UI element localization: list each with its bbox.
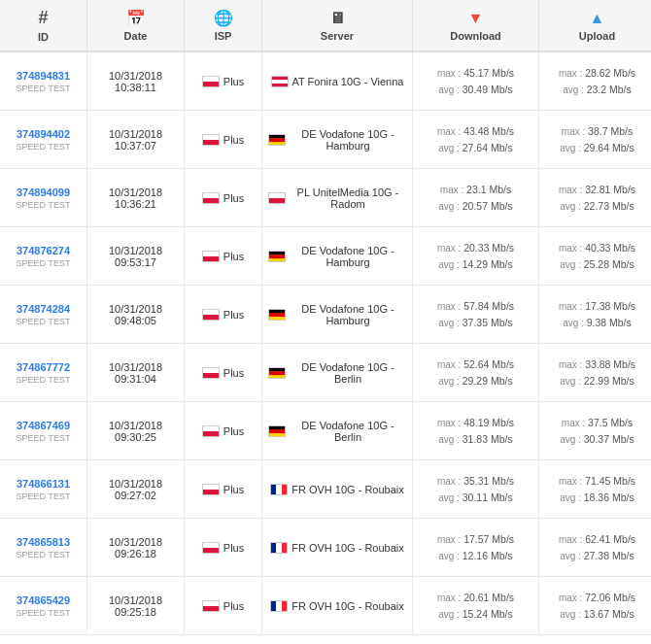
dl-max-line: max : 20.33 Mb/s bbox=[437, 240, 514, 256]
cell-id: 374867772 SPEED TEST bbox=[0, 344, 87, 401]
table-row[interactable]: 374865813 SPEED TEST 10/31/2018 09:26:18… bbox=[0, 519, 651, 577]
row-date: 10/31/2018 bbox=[109, 536, 162, 548]
cell-id: 374894099 SPEED TEST bbox=[0, 169, 87, 226]
cell-isp: Plus bbox=[185, 169, 262, 226]
cell-server: DE Vodafone 10G - Hamburg bbox=[262, 286, 413, 343]
ul-avg-line: avg : 22.73 Mb/s bbox=[560, 198, 634, 215]
isp-name: Plus bbox=[223, 192, 244, 204]
server-flag-group: DE Vodafone 10G - Hamburg bbox=[268, 245, 406, 268]
isp-flag-group: Plus bbox=[202, 251, 244, 262]
globe-icon: 🌐 bbox=[214, 9, 233, 27]
cell-server: FR OVH 10G - Roubaix bbox=[262, 460, 413, 518]
ul-max-line: max : 40.33 Mb/s bbox=[559, 240, 635, 256]
ul-avg-line: avg : 13.67 Mb/s bbox=[560, 606, 634, 623]
cell-id: 374874284 SPEED TEST bbox=[0, 286, 87, 343]
row-id: 374865429 bbox=[17, 594, 70, 606]
server-flag-icon bbox=[268, 134, 286, 146]
server-flag-icon bbox=[270, 542, 288, 554]
isp-flag-icon bbox=[202, 484, 220, 495]
row-subtype: SPEED TEST bbox=[17, 84, 71, 93]
cell-server: DE Vodafone 10G - Berlin bbox=[262, 402, 413, 459]
row-id: 374866131 bbox=[17, 478, 70, 490]
cell-download: max : 20.33 Mb/s avg : 14.29 Mb/s bbox=[413, 227, 539, 285]
cell-server: DE Vodafone 10G - Hamburg bbox=[262, 227, 413, 285]
cell-download: max : 23.1 Mb/s avg : 20.57 Mb/s bbox=[413, 169, 539, 226]
table-row[interactable]: 374894831 SPEED TEST 10/31/2018 10:38:11… bbox=[0, 52, 651, 111]
cell-download: max : 20.61 Mb/s avg : 15.24 Mb/s bbox=[413, 577, 539, 634]
table-row[interactable]: 374894402 SPEED TEST 10/31/2018 10:37:07… bbox=[0, 111, 651, 169]
header-id-label: ID bbox=[38, 31, 49, 43]
row-id: 374867772 bbox=[17, 361, 70, 373]
cell-date: 10/31/2018 10:37:07 bbox=[87, 111, 185, 168]
row-time: 09:53:17 bbox=[115, 256, 156, 268]
server-name: DE Vodafone 10G - Hamburg bbox=[290, 245, 406, 268]
header-upload: ▲ Upload bbox=[539, 0, 651, 51]
server-icon: 🖥 bbox=[329, 10, 345, 27]
cell-isp: Plus bbox=[185, 227, 262, 285]
table-row[interactable]: 374894099 SPEED TEST 10/31/2018 10:36:21… bbox=[0, 169, 651, 227]
ul-max-line: max : 38.7 Mb/s bbox=[562, 123, 633, 140]
cell-date: 10/31/2018 10:36:21 bbox=[87, 169, 185, 226]
cell-isp: Plus bbox=[185, 519, 262, 576]
row-subtype: SPEED TEST bbox=[17, 142, 71, 152]
download-arrow-icon: ▼ bbox=[468, 10, 484, 27]
row-time: 09:31:04 bbox=[115, 373, 156, 385]
cell-upload: max : 33.88 Mb/s avg : 22.99 Mb/s bbox=[539, 344, 651, 401]
header-isp: 🌐 ISP bbox=[185, 0, 262, 51]
upload-arrow-icon: ▲ bbox=[590, 10, 605, 27]
ul-avg-line: avg : 29.64 Mb/s bbox=[560, 140, 634, 156]
cell-isp: Plus bbox=[185, 52, 262, 110]
cell-upload: max : 40.33 Mb/s avg : 25.28 Mb/s bbox=[539, 227, 651, 285]
dl-max-line: max : 52.64 Mb/s bbox=[437, 356, 514, 373]
cell-date: 10/31/2018 09:27:02 bbox=[87, 460, 185, 518]
dl-max-line: max : 35.31 Mb/s bbox=[437, 473, 514, 490]
cell-id: 374867469 SPEED TEST bbox=[0, 402, 87, 459]
dl-avg-line: avg : 15.24 Mb/s bbox=[438, 606, 512, 623]
table-row[interactable]: 374866131 SPEED TEST 10/31/2018 09:27:02… bbox=[0, 460, 651, 519]
isp-name: Plus bbox=[223, 484, 244, 495]
cell-isp: Plus bbox=[185, 460, 262, 518]
server-flag-icon bbox=[268, 367, 286, 379]
cell-isp: Plus bbox=[185, 286, 262, 343]
isp-flag-group: Plus bbox=[202, 600, 244, 612]
ul-max-line: max : 17.38 Mb/s bbox=[559, 298, 635, 315]
server-flag-icon bbox=[268, 192, 286, 204]
server-name: DE Vodafone 10G - Hamburg bbox=[290, 303, 406, 326]
row-time: 10:36:21 bbox=[115, 198, 156, 210]
row-date: 10/31/2018 bbox=[109, 245, 162, 256]
isp-flag-icon bbox=[202, 192, 220, 204]
table-row[interactable]: 374874284 SPEED TEST 10/31/2018 09:48:05… bbox=[0, 286, 651, 344]
row-time: 10:38:11 bbox=[115, 82, 156, 93]
isp-flag-icon bbox=[202, 600, 220, 612]
row-time: 09:27:02 bbox=[115, 490, 156, 501]
row-date: 10/31/2018 bbox=[109, 186, 162, 198]
ul-avg-line: avg : 23.2 Mb/s bbox=[563, 82, 632, 98]
server-flag-icon bbox=[268, 425, 286, 437]
cell-isp: Plus bbox=[185, 402, 262, 459]
header-download-label: Download bbox=[450, 30, 501, 42]
header-upload-label: Upload bbox=[579, 30, 615, 42]
isp-name: Plus bbox=[223, 134, 244, 146]
cell-download: max : 45.17 Mb/s avg : 30.49 Mb/s bbox=[413, 52, 539, 110]
cell-date: 10/31/2018 09:31:04 bbox=[87, 344, 185, 401]
table-row[interactable]: 374867772 SPEED TEST 10/31/2018 09:31:04… bbox=[0, 344, 651, 402]
row-time: 09:26:18 bbox=[115, 548, 156, 559]
cell-server: DE Vodafone 10G - Hamburg bbox=[262, 111, 413, 168]
ul-avg-line: avg : 9.38 Mb/s bbox=[563, 315, 632, 331]
row-time: 10:37:07 bbox=[115, 140, 156, 152]
isp-flag-icon bbox=[202, 251, 220, 262]
table-row[interactable]: 374867469 SPEED TEST 10/31/2018 09:30:25… bbox=[0, 402, 651, 460]
row-subtype: SPEED TEST bbox=[17, 258, 71, 268]
dl-avg-line: avg : 27.64 Mb/s bbox=[438, 140, 512, 156]
row-id: 374867469 bbox=[17, 420, 70, 431]
row-date: 10/31/2018 bbox=[109, 361, 162, 373]
cell-upload: max : 72.06 Mb/s avg : 13.67 Mb/s bbox=[539, 577, 651, 634]
ul-max-line: max : 72.06 Mb/s bbox=[559, 590, 635, 606]
cell-id: 374866131 SPEED TEST bbox=[0, 460, 87, 518]
cell-server: FR OVH 10G - Roubaix bbox=[262, 519, 413, 576]
table-row[interactable]: 374876274 SPEED TEST 10/31/2018 09:53:17… bbox=[0, 227, 651, 286]
table-row[interactable]: 374865429 SPEED TEST 10/31/2018 09:25:18… bbox=[0, 577, 651, 635]
isp-flag-icon bbox=[202, 367, 220, 379]
server-flag-group: DE Vodafone 10G - Berlin bbox=[268, 420, 406, 443]
cell-download: max : 48.19 Mb/s avg : 31.83 Mb/s bbox=[413, 402, 539, 459]
